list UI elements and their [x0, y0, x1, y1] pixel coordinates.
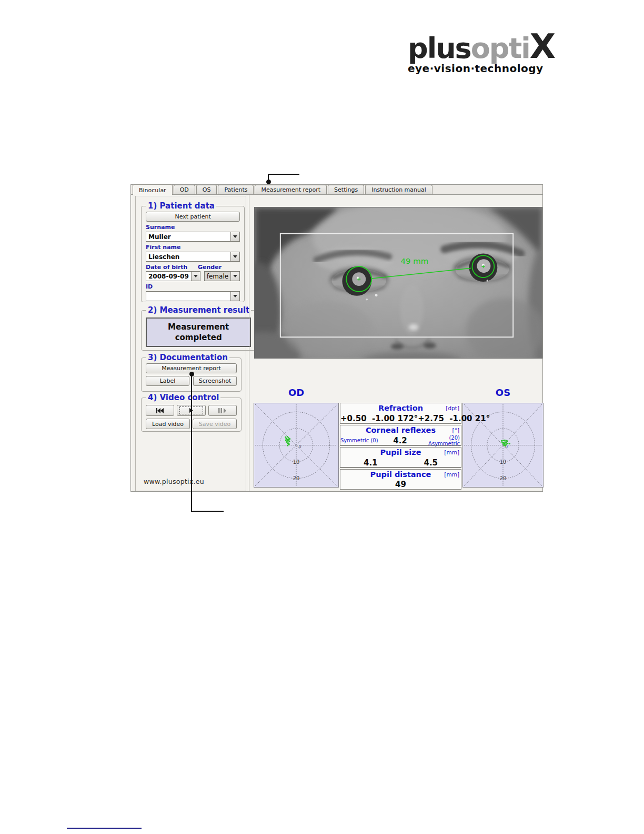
tab-os[interactable]: OS — [196, 185, 217, 194]
os-label: OS — [462, 387, 544, 398]
load-video-button[interactable]: Load video — [146, 419, 190, 429]
pupil-size-title: Pupil size — [340, 448, 461, 458]
callout-line-doc-horizontal — [191, 511, 224, 512]
od-polar-chart: 0 10 20 — [254, 403, 339, 488]
corneal-reflexes-title: Corneal reflexes — [340, 425, 461, 435]
pupil-size-unit: [mm] — [444, 449, 459, 455]
measurement-status-box: Measurement completed — [146, 317, 251, 347]
id-combobox[interactable] — [146, 291, 240, 301]
callout-dot-tabs — [266, 180, 271, 184]
chevron-down-icon — [233, 235, 237, 238]
first-name-value[interactable]: Lieschen — [146, 252, 230, 261]
od-label: OD — [254, 387, 339, 398]
brand-tagline: eye·vision·technology — [408, 62, 545, 75]
refraction-os-value: +2.75 -1.00 21° — [418, 414, 490, 423]
chevron-down-icon — [194, 275, 198, 277]
pupil-distance-unit: [mm] — [444, 471, 459, 478]
pause-button[interactable] — [208, 405, 237, 416]
tab-patients[interactable]: Patients — [218, 185, 254, 194]
tab-measurement-report[interactable]: Measurement report — [255, 185, 327, 194]
measurement-result-group: 2) Measurement result Measurement comple… — [141, 305, 256, 351]
os-reflex-points — [501, 440, 510, 446]
surname-dropdown-button[interactable] — [230, 232, 239, 241]
measurement-result-title: 2) Measurement result — [146, 305, 251, 315]
first-name-label: First name — [146, 244, 240, 251]
chevron-down-icon — [233, 255, 237, 258]
brand-x: X — [530, 27, 555, 66]
pupil-distance-label: 49 mm — [400, 256, 428, 266]
panel-divider — [249, 195, 249, 491]
ring-20-label: 20 — [500, 475, 506, 481]
callout-line-doc-vertical — [191, 375, 192, 512]
refraction-row: Refraction [dpt] +0.50 -1.00 172° +2.75 … — [340, 403, 461, 424]
tab-settings[interactable]: Settings — [328, 185, 364, 194]
refraction-od-value: +0.50 -1.00 172° — [340, 414, 418, 423]
rewind-button[interactable] — [146, 405, 174, 416]
tab-bar: Binocular OD OS Patients Measurement rep… — [131, 185, 542, 195]
dob-label: Date of birth — [146, 264, 194, 271]
id-label: ID — [146, 283, 240, 290]
results-table: Refraction [dpt] +0.50 -1.00 172° +2.75 … — [340, 403, 461, 488]
corneal-reflexes-value: 4.2 — [385, 436, 416, 445]
measurement-status-line2: completed — [175, 332, 222, 343]
pupil-size-os-value: 4.5 — [401, 458, 461, 468]
id-dropdown-button[interactable] — [230, 292, 239, 301]
corneal-reflexes-unit: [°] — [452, 427, 459, 433]
pupil-size-row: Pupil size [mm] 4.1 4.5 — [340, 447, 461, 468]
refraction-unit: [dpt] — [446, 405, 459, 411]
ring-10-label: 10 — [500, 459, 506, 464]
brand-plus: plus — [408, 32, 471, 65]
refraction-title: Refraction — [340, 403, 461, 413]
tab-binocular[interactable]: Binocular — [133, 184, 173, 195]
callout-dot-documentation — [189, 372, 194, 376]
symmetric-label: Symmetric (0) — [340, 438, 385, 443]
documentation-title: 3) Documentation — [146, 353, 229, 362]
ring-10-label: 10 — [293, 459, 300, 465]
brand-wordmark: plusoptiX — [408, 31, 545, 64]
callout-line-tabs-horizontal — [268, 174, 299, 175]
surname-label: Surname — [146, 224, 240, 231]
gender-label: Gender — [198, 264, 240, 271]
ring-20-label: 20 — [293, 475, 300, 481]
label-button[interactable]: Label — [146, 376, 189, 386]
pupil-distance-row: Pupil distance [mm] 49 — [340, 469, 461, 490]
screenshot-button[interactable]: Screenshot — [193, 376, 237, 386]
surname-value[interactable]: Muller — [146, 232, 230, 241]
ring-center-label: 0 — [298, 444, 301, 449]
tab-od[interactable]: OD — [174, 185, 195, 194]
gender-dropdown-button[interactable] — [230, 272, 239, 281]
next-patient-button[interactable]: Next patient — [146, 212, 240, 222]
patient-data-group: 1) Patient data Next patient Surname Mul… — [141, 201, 245, 302]
website-link[interactable]: www.plusoptix.eu — [144, 478, 204, 485]
save-video-button[interactable]: Save video — [193, 419, 237, 429]
surname-combobox[interactable]: Muller — [146, 232, 240, 242]
pupil-distance-value: 49 — [340, 480, 461, 490]
od-reflex-points — [285, 436, 290, 446]
chevron-down-icon — [233, 295, 237, 297]
first-name-dropdown-button[interactable] — [230, 252, 239, 261]
id-value[interactable] — [146, 292, 230, 301]
tab-instruction-manual[interactable]: Instruction manual — [365, 185, 432, 194]
pupil-size-od-value: 4.1 — [340, 458, 401, 468]
patient-data-title: 1) Patient data — [146, 201, 216, 211]
plusoptix-logo: plusoptiX eye·vision·technology — [408, 31, 545, 75]
camera-image: 49 mm — [254, 207, 542, 359]
patient-eye-photo: 49 mm — [255, 207, 542, 358]
footer-rule — [67, 828, 142, 829]
gender-combobox[interactable]: female — [204, 271, 240, 281]
skip-to-start-icon — [156, 408, 164, 413]
first-name-combobox[interactable]: Lieschen — [146, 252, 240, 262]
pupil-distance-title: Pupil distance — [340, 470, 461, 480]
dob-value[interactable]: 2008-09-09 — [146, 272, 191, 281]
measurement-status-line1: Measurement — [168, 322, 229, 332]
chevron-down-icon — [233, 275, 237, 277]
page: plusoptiX eye·vision·technology Binocula… — [0, 0, 644, 834]
dob-combobox[interactable]: 2008-09-09 — [146, 271, 200, 281]
pause-step-icon — [218, 408, 226, 413]
application-window: Binocular OD OS Patients Measurement rep… — [130, 184, 543, 492]
gender-value[interactable]: female — [205, 272, 230, 281]
asymmetric-label: (20) Asymmetric — [416, 435, 461, 446]
video-control-title: 4) Video control — [146, 393, 220, 402]
dob-dropdown-button[interactable] — [191, 272, 200, 281]
brand-opti: opti — [471, 32, 530, 65]
